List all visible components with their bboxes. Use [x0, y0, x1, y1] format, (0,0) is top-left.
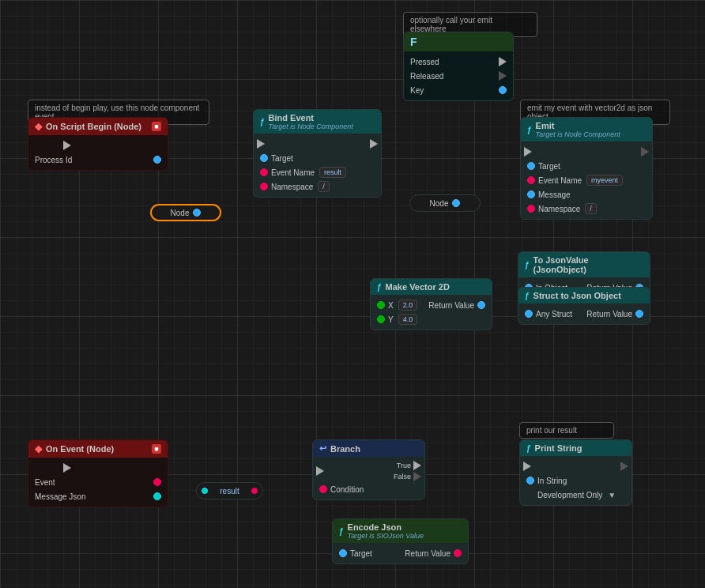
f-key-pin[interactable]: [499, 86, 507, 94]
on-event-body: Event Message Json: [28, 458, 168, 507]
makevector-return-pin[interactable]: [477, 301, 485, 309]
result-widget-in-pin[interactable]: [202, 488, 208, 494]
on-event-exec-out[interactable]: [63, 463, 71, 473]
branch-exec-in[interactable]: [316, 466, 324, 476]
f-pressed-pin[interactable]: [499, 57, 507, 66]
bind-exec-out[interactable]: [370, 139, 378, 149]
bind-namespace-label: Namespace: [271, 183, 313, 191]
node-encode-json: ƒ Encode Json Target is SIOJson Value Ta…: [332, 518, 469, 564]
structjson-return-pin[interactable]: [635, 310, 643, 318]
print-exec-row: [520, 459, 631, 473]
branch-true-label: True: [397, 462, 411, 469]
exec-out-pin[interactable]: [63, 141, 71, 150]
f-key-row: Key: [404, 83, 513, 97]
branch-false-pin[interactable]: [413, 472, 421, 481]
bind-target-pin[interactable]: [260, 154, 268, 162]
result-widget-label: result: [220, 487, 239, 496]
encode-json-return: Return Value: [405, 549, 462, 558]
node-on-event: ◆ On Event (Node) ■ Event Message Json: [28, 439, 168, 507]
print-func-icon: ƒ: [526, 444, 531, 453]
node-widget-1[interactable]: Node: [150, 204, 221, 221]
emit-message-pin[interactable]: [527, 190, 535, 198]
encode-json-title: Encode Json: [348, 522, 424, 532]
print-string-body: In String Development Only ▼: [520, 456, 631, 505]
on-event-close-button[interactable]: ■: [152, 444, 161, 454]
bind-namespace-value[interactable]: /: [318, 181, 330, 192]
print-exec-in[interactable]: [523, 462, 531, 471]
print-exec-out[interactable]: [620, 462, 628, 471]
encode-json-return-pin[interactable]: [454, 549, 462, 557]
makevector-y-pin[interactable]: [377, 315, 385, 323]
bind-eventname-label: Event Name: [271, 168, 315, 177]
on-event-event-row: Event: [28, 475, 168, 489]
f-released-label: Released: [410, 72, 443, 81]
makevector-y-label: Y: [388, 315, 394, 324]
structjson-anystruct-pin[interactable]: [525, 310, 533, 318]
bind-namespace-pin[interactable]: [260, 183, 268, 190]
node-widget-1-pin[interactable]: [193, 209, 201, 217]
process-id-label: Process Id: [35, 156, 72, 164]
emit-eventname-label: Event Name: [538, 176, 582, 185]
makevector-x-pin[interactable]: [377, 301, 385, 309]
close-button[interactable]: ■: [152, 122, 161, 131]
makevector-x-row: X 2.0 Return Value: [371, 298, 492, 312]
print-instring-pin[interactable]: [526, 477, 534, 484]
node-header-f-key: F: [404, 32, 513, 51]
node-title-on-script-begin: On Script Begin (Node): [46, 122, 141, 131]
node-header-on-script-begin: ◆ On Script Begin (Node) ■: [28, 118, 168, 135]
encode-json-target-label: Target: [350, 549, 372, 558]
on-event-messagejson-pin[interactable]: [153, 492, 161, 500]
print-instring-row: In String: [520, 473, 631, 488]
f-key-title: F: [410, 36, 417, 48]
process-id-pin[interactable]: [153, 156, 161, 164]
branch-true-pin[interactable]: [413, 461, 421, 470]
bind-eventname-pin[interactable]: [260, 168, 268, 176]
branch-condition-pin[interactable]: [319, 485, 327, 493]
node-widget-2[interactable]: Node: [409, 194, 481, 212]
emit-target-pin[interactable]: [527, 162, 535, 170]
emit-target-label: Target: [538, 162, 560, 171]
encode-json-subtitle: Target is SIOJson Value: [348, 532, 424, 540]
encode-json-target-pin[interactable]: [339, 549, 347, 557]
f-released-pin[interactable]: [499, 71, 507, 81]
node-widget-2-label: Node: [430, 199, 449, 208]
emit-namespace-pin[interactable]: [527, 205, 535, 213]
node-widget-2-pin[interactable]: [452, 199, 460, 207]
bind-event-title-block: Bind Event Target is Node Component: [269, 113, 353, 130]
makevector-y-value[interactable]: 4.0: [398, 314, 418, 325]
emit-body: Target Event Name myevent Message Namesp…: [521, 141, 652, 219]
node-print-string: ƒ Print String In String Development Onl…: [519, 439, 632, 506]
bind-event-body: Target Event Name result Namespace /: [254, 134, 381, 197]
node-header-makevector: ƒ Make Vector 2D: [371, 279, 492, 295]
structjson-anystruct-row: Any Struct Return Value: [518, 307, 650, 321]
node-header-on-event: ◆ On Event (Node) ■: [28, 440, 168, 458]
f-key-body: Pressed Released Key: [404, 51, 513, 100]
branch-exec-outs: True False: [394, 461, 421, 481]
result-widget[interactable]: result: [196, 482, 263, 499]
branch-body: True False Condition: [313, 457, 424, 499]
emit-exec-in[interactable]: [524, 147, 532, 156]
print-devonly-row: Development Only ▼: [520, 488, 631, 502]
emit-namespace-value[interactable]: /: [585, 203, 597, 214]
makevector-body: X 2.0 Return Value Y 4.0: [371, 295, 492, 330]
branch-condition-label: Condition: [330, 485, 364, 494]
bind-eventname-value[interactable]: result: [319, 167, 346, 178]
bind-eventname-row: Event Name result: [254, 165, 381, 179]
bind-exec-in[interactable]: [257, 139, 265, 149]
result-widget-out-pin[interactable]: [251, 488, 258, 494]
emit-eventname-value[interactable]: myevent: [586, 175, 623, 186]
makevector-x-value[interactable]: 2.0: [398, 300, 418, 311]
bind-namespace-row: Namespace /: [254, 179, 381, 194]
structjson-body: Any Struct Return Value: [518, 303, 650, 324]
emit-func-icon: ƒ: [527, 126, 532, 134]
node-make-vector2d: ƒ Make Vector 2D X 2.0 Return Value Y 4.…: [370, 278, 492, 330]
emit-exec-out[interactable]: [641, 147, 649, 156]
on-event-event-pin[interactable]: [153, 478, 161, 486]
emit-message-row: Message: [521, 187, 652, 202]
emit-message-label: Message: [538, 190, 571, 199]
emit-eventname-pin[interactable]: [527, 176, 535, 184]
node-struct-to-json: ƒ Struct to Json Object Any Struct Retur…: [518, 287, 650, 325]
print-devonly-arrow: ▼: [608, 491, 616, 499]
emit-title: Emit: [536, 121, 620, 130]
func-icon: ƒ: [260, 118, 265, 126]
